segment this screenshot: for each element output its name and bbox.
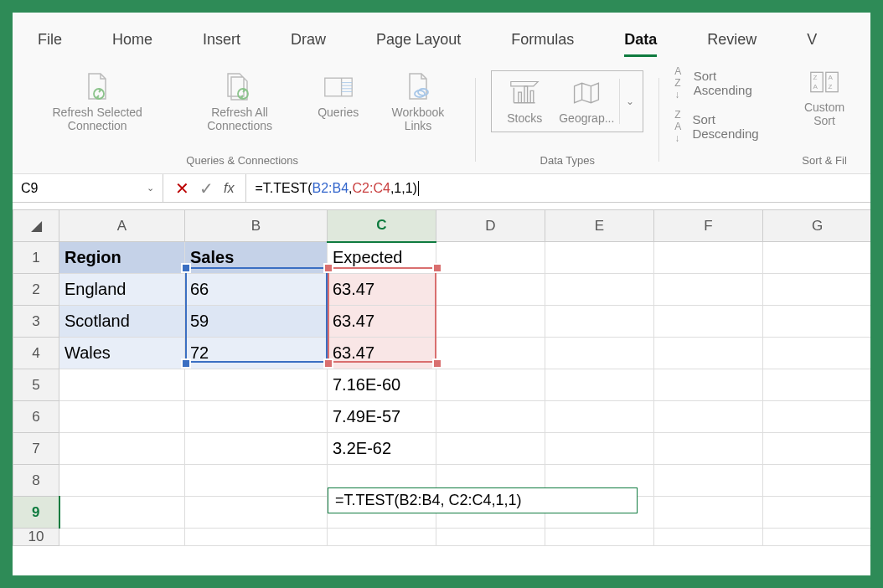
cell-A10[interactable] — [59, 529, 185, 546]
tab-review[interactable]: Review — [682, 26, 782, 57]
cell-B6[interactable] — [185, 401, 328, 433]
cell-D6[interactable] — [436, 401, 545, 433]
cell-D1[interactable] — [436, 242, 545, 274]
cell-G2[interactable] — [763, 274, 871, 306]
tab-file[interactable]: File — [13, 26, 87, 57]
cell-A9[interactable] — [59, 497, 185, 529]
cell-C5[interactable]: 7.16E-60 — [328, 369, 436, 401]
col-header-G[interactable]: G — [763, 210, 871, 242]
row-header-1[interactable]: 1 — [13, 242, 59, 274]
cell-G5[interactable] — [763, 369, 871, 401]
cell-F4[interactable] — [654, 338, 763, 369]
cell-B5[interactable] — [185, 369, 328, 401]
row-header-5[interactable]: 5 — [13, 369, 59, 401]
cell-A8[interactable] — [59, 465, 185, 497]
handle-blue-bl[interactable] — [183, 360, 189, 367]
cell-A1[interactable]: Region — [59, 242, 185, 274]
handle-pink-bl[interactable] — [325, 360, 332, 367]
col-header-F[interactable]: F — [654, 210, 763, 242]
cell-D2[interactable] — [436, 274, 545, 306]
col-header-D[interactable]: D — [436, 210, 545, 242]
cell-C10[interactable] — [328, 529, 436, 546]
cell-G8[interactable] — [763, 465, 871, 497]
cell-B2[interactable]: 66 — [185, 274, 328, 306]
tab-insert[interactable]: Insert — [178, 26, 266, 57]
cell-F9[interactable] — [654, 497, 763, 529]
geography-button[interactable]: Geograp... — [554, 76, 619, 126]
custom-sort-button[interactable]: ZAAZ Custom Sort — [790, 65, 859, 129]
cell-G4[interactable] — [763, 338, 871, 369]
cell-F7[interactable] — [654, 433, 763, 465]
cell-G9[interactable] — [763, 497, 871, 529]
cell-D7[interactable] — [436, 433, 545, 465]
sort-ascending-button[interactable]: AZ ↓ Sort Ascending — [674, 65, 777, 101]
cell-F1[interactable] — [654, 242, 763, 274]
cell-D5[interactable] — [436, 369, 545, 401]
refresh-selected-button[interactable]: Refresh Selected Connection — [24, 70, 170, 134]
tab-home[interactable]: Home — [87, 26, 178, 57]
tab-view-partial[interactable]: V — [782, 26, 822, 57]
cell-F2[interactable] — [654, 274, 763, 306]
cell-A6[interactable] — [59, 401, 185, 433]
cell-B1[interactable]: Sales — [185, 242, 328, 274]
col-header-E[interactable]: E — [545, 210, 654, 242]
cell-D4[interactable] — [436, 338, 545, 369]
cell-B9[interactable] — [185, 497, 328, 529]
cell-G7[interactable] — [763, 433, 871, 465]
cell-B3[interactable]: 59 — [185, 306, 328, 338]
cell-F5[interactable] — [654, 369, 763, 401]
cell-F3[interactable] — [654, 306, 763, 338]
data-types-dropdown[interactable]: ⌄ — [619, 79, 639, 124]
tab-page-layout[interactable]: Page Layout — [351, 26, 486, 57]
row-header-8[interactable]: 8 — [13, 465, 59, 497]
queries-button[interactable]: Queries — [309, 70, 368, 121]
active-cell-formula-overlay[interactable]: =T.TEST(B2:B4, C2:C4,1,1) — [328, 487, 638, 513]
cell-C7[interactable]: 3.2E-62 — [328, 433, 436, 465]
cell-G6[interactable] — [763, 401, 871, 433]
row-header-4[interactable]: 4 — [13, 338, 59, 369]
cell-C4[interactable]: 63.47 — [328, 338, 436, 369]
cell-A2[interactable]: England — [59, 274, 185, 306]
cell-E4[interactable] — [545, 338, 654, 369]
cell-F8[interactable] — [654, 465, 763, 497]
cell-A7[interactable] — [59, 433, 185, 465]
handle-pink-tr[interactable] — [434, 265, 441, 271]
refresh-all-button[interactable]: Refresh All Connections — [178, 70, 300, 134]
fx-icon[interactable]: fx — [224, 181, 234, 196]
row-header-3[interactable]: 3 — [13, 306, 59, 338]
col-header-A[interactable]: A — [59, 210, 185, 242]
cell-B8[interactable] — [185, 465, 328, 497]
cancel-icon[interactable]: ✕ — [175, 178, 189, 199]
stocks-button[interactable]: Stocks — [495, 76, 554, 126]
tab-draw[interactable]: Draw — [266, 26, 351, 57]
name-box[interactable]: C9 ⌄ — [13, 174, 163, 202]
cell-F6[interactable] — [654, 401, 763, 433]
cell-G1[interactable] — [763, 242, 871, 274]
tab-formulas[interactable]: Formulas — [486, 26, 599, 57]
handle-pink-br[interactable] — [434, 360, 441, 367]
row-header-9[interactable]: 9 — [13, 497, 59, 529]
cell-C6[interactable]: 7.49E-57 — [328, 401, 436, 433]
cell-A4[interactable]: Wales — [59, 338, 185, 369]
handle-blue-tl[interactable] — [183, 265, 189, 271]
formula-input[interactable]: =T.TEST(B2:B4, C2:C4,1,1) — [246, 174, 870, 202]
cell-D3[interactable] — [436, 306, 545, 338]
cell-D10[interactable] — [436, 529, 545, 546]
cell-F10[interactable] — [654, 529, 763, 546]
cell-E6[interactable] — [545, 401, 654, 433]
col-header-C[interactable]: C — [328, 210, 436, 242]
name-box-dropdown-icon[interactable]: ⌄ — [147, 183, 154, 193]
cell-E1[interactable] — [545, 242, 654, 274]
cell-E7[interactable] — [545, 433, 654, 465]
workbook-links-button[interactable]: Workbook Links — [376, 70, 461, 134]
cell-G10[interactable] — [763, 529, 871, 546]
cell-A3[interactable]: Scotland — [59, 306, 185, 338]
data-types-gallery[interactable]: Stocks Geograp... ⌄ — [491, 70, 643, 132]
handle-pink-tl[interactable] — [325, 265, 332, 271]
tab-data[interactable]: Data — [599, 26, 682, 57]
cell-B7[interactable] — [185, 433, 328, 465]
row-header-6[interactable]: 6 — [13, 401, 59, 433]
select-all-corner[interactable]: ◢ — [13, 210, 59, 242]
enter-icon[interactable]: ✓ — [199, 178, 214, 199]
cell-G3[interactable] — [763, 306, 871, 338]
